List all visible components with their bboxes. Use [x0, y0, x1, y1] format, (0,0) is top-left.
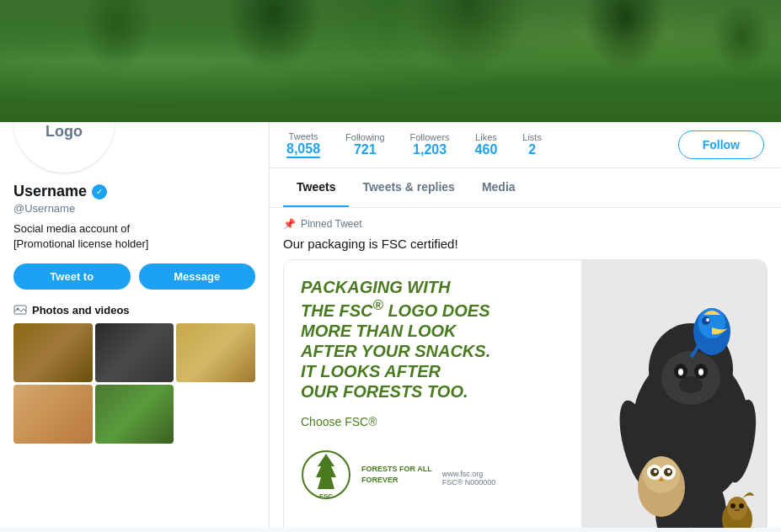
fsc-text-block: FORESTS FOR ALL FOREVER [361, 464, 432, 485]
follow-button-container: Follow [678, 130, 764, 159]
svg-text:FSC: FSC [319, 492, 333, 500]
following-value: 721 [354, 142, 377, 157]
photo-thumb-4[interactable] [13, 385, 93, 444]
tweets-value: 8,058 [286, 141, 320, 158]
tweet-image-animals [581, 260, 767, 528]
page-wrapper: BrandLogo Username ✓ @Username Social me… [0, 0, 781, 528]
stats-bar: Tweets 8,058 Following 721 Followers 1,2… [270, 122, 781, 168]
photos-section: Photos and videos [13, 303, 255, 444]
profile-banner [0, 0, 781, 122]
tweet-text: Our packaging is FSC certified! [283, 237, 768, 251]
main-content: Tweets 8,058 Following 721 Followers 1,2… [270, 122, 781, 528]
following-label: Following [345, 132, 384, 142]
pinned-label: 📌 Pinned Tweet [283, 218, 768, 230]
svg-point-12 [679, 376, 703, 393]
banner-trees [0, 0, 781, 122]
stat-lists[interactable]: Lists 2 [522, 132, 542, 157]
pin-icon: 📌 [283, 218, 296, 230]
fsc-headline: PACKAGING WITH THE FSC® LOGO DOES MORE T… [301, 277, 564, 402]
animals-svg [581, 260, 767, 528]
photo-thumb-5[interactable] [95, 385, 174, 444]
tweets-label: Tweets [289, 131, 318, 141]
follow-button[interactable]: Follow [678, 130, 764, 159]
photo-thumb-2[interactable] [95, 323, 174, 382]
svg-point-32 [739, 503, 744, 508]
followers-label: Followers [410, 132, 450, 142]
svg-point-28 [667, 470, 671, 473]
svg-point-27 [654, 470, 657, 473]
user-handle: @Username [13, 202, 255, 215]
photos-header: Photos and videos [13, 303, 255, 317]
fsc-tree-logo: FSC [301, 445, 351, 504]
tweet-to-button[interactable]: Tweet to [13, 263, 131, 290]
tab-media[interactable]: Media [468, 168, 529, 207]
svg-point-30 [727, 497, 747, 520]
action-buttons: Tweet to Message [13, 263, 255, 290]
photos-grid [13, 323, 255, 444]
user-bio: Social media account of[Promotional lice… [13, 221, 255, 252]
tab-tweets-replies[interactable]: Tweets & replies [349, 168, 468, 207]
lists-label: Lists [522, 132, 542, 142]
tabs: Tweets Tweets & replies Media [270, 168, 781, 208]
tweet-area: 📌 Pinned Tweet Our packaging is FSC cert… [270, 208, 781, 528]
username-row: Username ✓ [13, 183, 255, 200]
fsc-website: www.fsc.orgFSC® N000000 [442, 470, 496, 487]
stat-following[interactable]: Following 721 [345, 132, 384, 157]
stat-tweets[interactable]: Tweets 8,058 [286, 131, 320, 158]
photo-thumb-3[interactable] [176, 323, 255, 382]
stat-likes[interactable]: Likes 460 [475, 132, 498, 157]
followers-value: 1,203 [413, 142, 447, 157]
sidebar: BrandLogo Username ✓ @Username Social me… [0, 122, 270, 528]
svg-point-31 [730, 503, 736, 508]
photo-thumb-1[interactable] [13, 323, 93, 382]
message-button[interactable]: Message [139, 263, 256, 290]
fsc-choose: Choose FSC® [301, 415, 564, 428]
content-row: BrandLogo Username ✓ @Username Social me… [0, 122, 781, 528]
photos-icon [13, 303, 27, 317]
tab-tweets[interactable]: Tweets [283, 168, 349, 207]
lists-value: 2 [528, 142, 536, 157]
pinned-text: Pinned Tweet [301, 218, 362, 230]
likes-value: 460 [475, 142, 498, 157]
username: Username [13, 183, 87, 200]
svg-point-20 [706, 318, 709, 322]
photos-label: Photos and videos [32, 304, 130, 317]
fsc-logos: FSC FORESTS FOR ALL FOREVER www.fsc.orgF… [301, 445, 564, 504]
svg-point-11 [698, 369, 703, 375]
likes-label: Likes [475, 132, 497, 142]
svg-point-10 [678, 369, 683, 375]
tweet-image-left: PACKAGING WITH THE FSC® LOGO DOES MORE T… [284, 260, 581, 528]
verified-badge: ✓ [92, 184, 107, 200]
stat-followers[interactable]: Followers 1,203 [410, 132, 450, 157]
tweet-fsc-image: PACKAGING WITH THE FSC® LOGO DOES MORE T… [283, 259, 768, 528]
